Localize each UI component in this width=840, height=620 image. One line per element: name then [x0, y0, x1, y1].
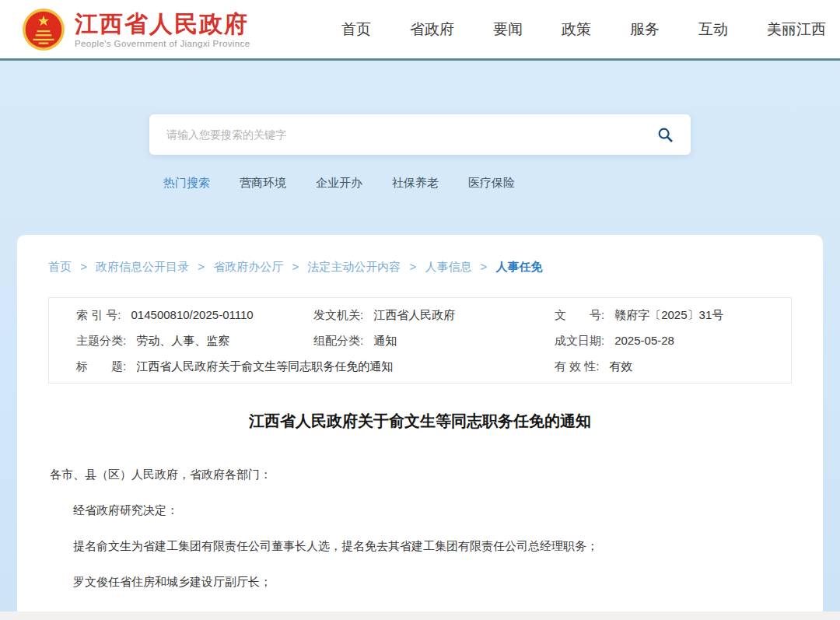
site-logo[interactable]: 江西省人民政府 People's Government of Jiangxi P… — [22, 8, 250, 51]
meta-index-number: 索 引 号: 014500810/2025-01110 — [76, 308, 313, 321]
nav-item-interaction[interactable]: 互动 — [698, 19, 728, 40]
hot-search-row: 热门搜索 营商环境 企业开办 社保养老 医疗保险 — [149, 176, 691, 191]
nav-item-services[interactable]: 服务 — [630, 19, 660, 40]
document-title: 江西省人民政府关于俞文生等同志职务任免的通知 — [48, 411, 792, 432]
meta-row: 主题分类: 劳动、人事、监察 组配分类: 通知 成文日期: 2025-05-28 — [49, 328, 791, 353]
meta-document-title: 标 题: 江西省人民政府关于俞文生等同志职务任免的通知 — [76, 359, 555, 373]
document-meta-table: 索 引 号: 014500810/2025-01110 发文机关: 江西省人民政… — [48, 297, 792, 384]
meta-document-number: 文 号: 赣府字〔2025〕31号 — [555, 308, 791, 321]
breadcrumb-separator: > — [80, 260, 87, 273]
search-icon[interactable] — [656, 126, 674, 143]
meta-validity: 有 效 性: 有效 — [555, 359, 791, 373]
breadcrumb-separator: > — [410, 260, 417, 273]
hot-search-link-medical-insurance[interactable]: 医疗保险 — [468, 176, 515, 191]
site-header: 江西省人民政府 People's Government of Jiangxi P… — [0, 0, 840, 61]
breadcrumb-personnel-info[interactable]: 人事信息 — [425, 260, 471, 273]
nav-item-provincial-government[interactable]: 省政府 — [410, 19, 454, 40]
viewport-bottom-strip — [0, 611, 840, 620]
breadcrumb-separator: > — [198, 260, 205, 273]
national-emblem-icon — [22, 8, 65, 51]
meta-group-category: 组配分类: 通知 — [313, 334, 555, 347]
nav-item-news[interactable]: 要闻 — [493, 19, 523, 40]
meta-issue-date: 成文日期: 2025-05-28 — [555, 334, 791, 347]
article-paragraph: 经省政府研究决定： — [50, 502, 792, 519]
search-band: 热门搜索 营商环境 企业开办 社保养老 医疗保险 — [0, 61, 840, 235]
hot-search-link-social-security[interactable]: 社保养老 — [392, 176, 439, 191]
site-subtitle: People's Government of Jiangxi Province — [75, 39, 250, 48]
search-input[interactable] — [166, 128, 656, 141]
article-paragraph: 各市、县（区）人民政府，省政府各部门： — [50, 466, 792, 483]
hot-search-link-enterprise-setup[interactable]: 企业开办 — [316, 176, 362, 191]
meta-row: 索 引 号: 014500810/2025-01110 发文机关: 江西省人民政… — [49, 302, 791, 328]
breadcrumb-separator: > — [481, 260, 488, 273]
document-body: 各市、县（区）人民政府，省政府各部门： 经省政府研究决定： 提名俞文生为省建工集… — [48, 466, 792, 620]
breadcrumb-general-office[interactable]: 省政府办公厅 — [213, 260, 283, 273]
site-name: 江西省人民政府 — [75, 11, 250, 37]
nav-item-beautiful-jiangxi[interactable]: 美丽江西 — [767, 19, 826, 40]
breadcrumb-info-directory[interactable]: 政府信息公开目录 — [96, 260, 189, 273]
hot-search-link-business-environment[interactable]: 营商环境 — [240, 176, 286, 191]
nav-item-policy[interactable]: 政策 — [562, 19, 591, 40]
search-box — [149, 114, 691, 155]
site-title-block: 江西省人民政府 People's Government of Jiangxi P… — [75, 11, 250, 48]
article-paragraph: 罗文俊任省住房和城乡建设厅副厅长； — [50, 573, 792, 590]
breadcrumb-separator: > — [292, 260, 299, 273]
article-paragraph: 提名俞文生为省建工集团有限责任公司董事长人选，提名免去其省建工集团有限责任公司总… — [50, 538, 792, 555]
meta-issuing-agency: 发文机关: 江西省人民政府 — [313, 308, 555, 321]
breadcrumb: 首页 > 政府信息公开目录 > 省政府办公厅 > 法定主动公开内容 > 人事信息… — [48, 235, 792, 275]
meta-row: 标 题: 江西省人民政府关于俞文生等同志职务任免的通知 有 效 性: 有效 — [49, 353, 791, 379]
main-nav: 首页 省政府 要闻 政策 服务 互动 美丽江西 — [341, 19, 829, 40]
meta-topic-category: 主题分类: 劳动、人事、监察 — [76, 334, 313, 347]
breadcrumb-personnel-appointment: 人事任免 — [496, 260, 543, 273]
nav-item-home[interactable]: 首页 — [341, 19, 371, 40]
breadcrumb-statutory-disclosure[interactable]: 法定主动公开内容 — [307, 260, 401, 273]
hot-search-label: 热门搜索 — [163, 176, 210, 191]
content-card: 首页 > 政府信息公开目录 > 省政府办公厅 > 法定主动公开内容 > 人事信息… — [17, 235, 823, 618]
breadcrumb-home[interactable]: 首页 — [48, 260, 72, 273]
